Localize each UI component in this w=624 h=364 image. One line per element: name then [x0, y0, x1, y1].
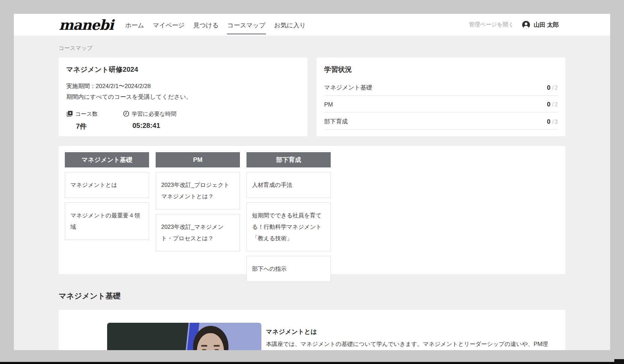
course-map-column: PM 2023年改訂_プロジェクトマネジメントとは？ 2023年改訂_マネジメン… [156, 152, 240, 251]
thumbnail-dark-panel [107, 323, 189, 350]
brand-logo[interactable]: manebi [59, 18, 113, 32]
video-library-icon [66, 110, 73, 119]
app-header: manebi ホーム マイページ 見つける コースマップ お気に入り 管理ページ… [14, 14, 610, 36]
training-period: 実施期間：2024/2/1〜2024/2/28 [66, 81, 300, 92]
required-time-label: 学習に必要な時間 [132, 111, 176, 118]
nav-home[interactable]: ホーム [125, 16, 145, 34]
nav-mypage[interactable]: マイページ [153, 16, 185, 34]
course-map-column-header: PM [156, 152, 240, 167]
course-count-stat: コース数 7件 [66, 110, 123, 131]
admin-page-link[interactable]: 管理ページを開く [469, 21, 514, 28]
course-map-item[interactable]: マネジメントとは [65, 172, 149, 198]
training-title: マネジメント研修2024 [66, 65, 300, 74]
clock-icon [123, 110, 130, 119]
course-count-label: コース数 [75, 111, 98, 118]
required-time-value: 05:28:41 [123, 122, 176, 130]
required-time-stat: 学習に必要な時間 05:28:41 [123, 110, 176, 131]
status-row-label: マネジメント基礎 [324, 84, 372, 92]
screen-bottom-corner [614, 359, 624, 364]
course-map-column-header: マネジメント基礎 [65, 152, 149, 167]
status-row: マネジメント基礎 0/2 [324, 78, 558, 96]
header-right: 管理ページを開く 山田 太郎 [469, 14, 559, 36]
status-row: 部下育成 0/3 [324, 112, 558, 130]
learning-status-card: 学習状況 マネジメント基礎 0/2 PM 0/2 [317, 58, 565, 136]
status-row-label: 部下育成 [324, 118, 348, 125]
course-thumbnail[interactable] [107, 323, 261, 350]
training-stats: コース数 7件 学習に必要な時間 [66, 110, 300, 131]
main-content: コースマップ マネジメント研修2024 実施期間：2024/2/1〜2024/2… [59, 36, 565, 350]
course-title[interactable]: マネジメントとは [266, 328, 548, 336]
course-map-item[interactable]: 2023年改訂_マネジメント・プロセスとは？ [156, 214, 240, 251]
nav-favorites[interactable]: お気に入り [274, 16, 306, 34]
course-card: マネジメントとは 本講座では、マネジメントの基礎について学んでいきます。マネジメ… [59, 310, 565, 350]
nav-course-map[interactable]: コースマップ [227, 16, 266, 34]
status-row-progress: 0/3 [547, 118, 558, 125]
user-avatar-icon[interactable] [521, 20, 531, 29]
status-row: PM 0/2 [324, 96, 558, 112]
course-count-value: 7件 [66, 122, 123, 131]
main-nav: ホーム マイページ 見つける コースマップ お気に入り [125, 16, 306, 34]
course-map-item[interactable]: マネジメントの最重要４領域 [65, 202, 149, 240]
course-text-block: マネジメントとは 本講座では、マネジメントの基礎について学んでいきます。マネジメ… [266, 323, 548, 350]
course-map-item[interactable]: 部下への指示 [246, 256, 331, 282]
course-map-column: 部下育成 人材育成の手法 短期間でできる社員を育てる！行動科学マネジメント「教え… [246, 152, 331, 282]
nav-discover[interactable]: 見つける [193, 16, 219, 34]
course-map-panel: マネジメント基礎 マネジメントとは マネジメントの最重要４領域 PM 2023年… [59, 146, 565, 274]
summary-cards-row: マネジメント研修2024 実施期間：2024/2/1〜2024/2/28 期間内… [59, 58, 565, 136]
training-period-block: 実施期間：2024/2/1〜2024/2/28 期間内にすべてのコースを受講して… [66, 81, 300, 103]
status-row-progress: 0/2 [547, 84, 558, 92]
training-info-card: マネジメント研修2024 実施期間：2024/2/1〜2024/2/28 期間内… [59, 58, 307, 136]
status-row-progress: 0/2 [547, 101, 558, 108]
course-map-item[interactable]: 人材育成の手法 [246, 172, 331, 198]
course-map-column: マネジメント基礎 マネジメントとは マネジメントの最重要４領域 [65, 152, 149, 240]
course-description: 本講座では、マネジメントの基礎について学んでいきます。マネジメントとリーダーシッ… [266, 340, 548, 348]
user-name[interactable]: 山田 太郎 [534, 21, 559, 29]
course-map-item[interactable]: 2023年改訂_プロジェクトマネジメントとは？ [156, 172, 240, 209]
breadcrumb: コースマップ [59, 36, 565, 52]
status-row-label: PM [324, 101, 333, 108]
learning-status-title: 学習状況 [324, 65, 558, 74]
learning-status-rows: マネジメント基礎 0/2 PM 0/2 部下育成 [324, 78, 558, 130]
training-note: 期間内にすべてのコースを受講してください。 [66, 92, 300, 102]
course-map-column-header: 部下育成 [246, 152, 331, 167]
section-heading: マネジメント基礎 [59, 291, 565, 301]
screen-bottom-bar [0, 362, 624, 364]
course-map-item[interactable]: 短期間でできる社員を育てる！行動科学マネジメント「教える技術」 [246, 202, 331, 251]
app-window: manebi ホーム マイページ 見つける コースマップ お気に入り 管理ページ… [14, 14, 610, 350]
